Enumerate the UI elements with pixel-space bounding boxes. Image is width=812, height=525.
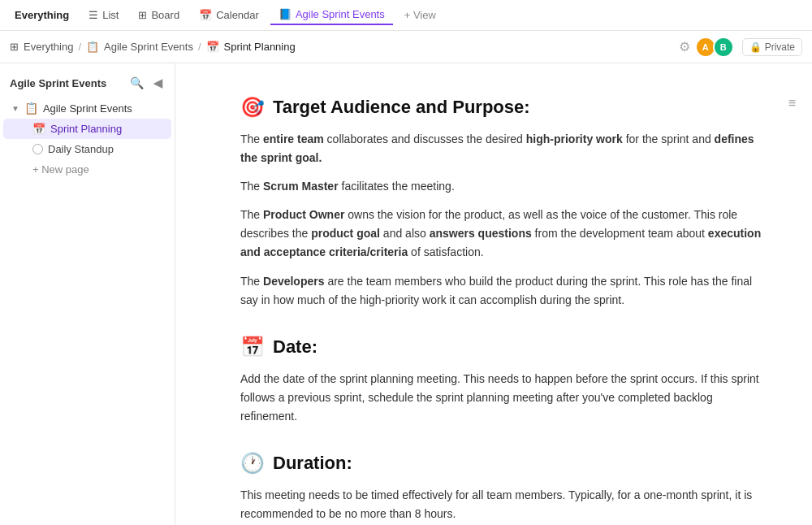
para-scrum-master: The Scrum Master facilitates the meeting… xyxy=(240,177,763,196)
tab-agile-sprint[interactable]: 📘 Agile Sprint Events xyxy=(270,5,393,25)
sidebar-parent-label: Agile Sprint Events xyxy=(43,102,132,115)
top-nav: Everything ☰ List ⊞ Board 📅 Calendar 📘 A… xyxy=(0,0,812,31)
breadcrumb-everything[interactable]: Everything xyxy=(24,41,73,53)
breadcrumb-sprint-icon: 📅 xyxy=(206,41,219,53)
tab-calendar[interactable]: 📅 Calendar xyxy=(191,6,267,24)
breadcrumb-everything-icon: ⊞ xyxy=(10,41,19,53)
heading-duration: 🕐 Duration: xyxy=(240,452,763,475)
sprint-planning-icon: 📅 xyxy=(32,123,45,135)
heading-date: 📅 Date: xyxy=(240,336,763,358)
sidebar-collapse-btn[interactable]: ◀ xyxy=(151,75,165,91)
sidebar-standup-label: Daily Standup xyxy=(48,143,114,155)
tab-calendar-label: Calendar xyxy=(216,9,259,21)
heading-duration-text: Duration: xyxy=(273,453,352,474)
sidebar-parent-agile[interactable]: ▼ 📋 Agile Sprint Events xyxy=(3,98,171,119)
heading-date-text: Date: xyxy=(273,336,317,358)
heading-target-text: Target Audience and Purpose: xyxy=(273,97,530,118)
breadcrumb: ⊞ Everything / 📋 Agile Sprint Events / 📅… xyxy=(10,41,296,53)
para-duration: This meeting needs to be timed effective… xyxy=(240,486,763,523)
breadcrumb-sep-1: / xyxy=(78,41,81,53)
list-icon: ☰ xyxy=(89,9,98,21)
sidebar-parent-icon: 📋 xyxy=(24,102,38,115)
sidebar-sprint-label: Sprint Planning xyxy=(50,123,122,135)
section-target-audience: 🎯 Target Audience and Purpose: The entir… xyxy=(240,96,763,310)
target-emoji: 🎯 xyxy=(240,96,265,119)
para-developers: The Developers are the team members who … xyxy=(240,272,763,310)
breadcrumb-agile[interactable]: Agile Sprint Events xyxy=(104,41,193,53)
chevron-down-icon: ▼ xyxy=(11,104,19,113)
duration-emoji: 🕐 xyxy=(240,452,265,475)
heading-target-audience: 🎯 Target Audience and Purpose: xyxy=(240,96,763,119)
breadcrumb-right: ⚙ A B 🔒 Private xyxy=(679,37,802,58)
calendar-icon: 📅 xyxy=(199,9,212,21)
sidebar-title: Agile Sprint Events xyxy=(10,77,106,89)
sidebar-new-page[interactable]: + New page xyxy=(3,159,171,180)
tab-board-label: Board xyxy=(151,9,179,21)
section-date: 📅 Date: Add the date of the sprint plann… xyxy=(240,336,763,426)
sidebar-header-actions: 🔍 ◀ xyxy=(127,75,165,91)
sidebar-header: Agile Sprint Events 🔍 ◀ xyxy=(0,70,175,96)
tab-board[interactable]: ⊞ Board xyxy=(130,6,188,24)
breadcrumb-current: Sprint Planning xyxy=(224,41,296,53)
agile-icon: 📘 xyxy=(279,8,292,20)
tab-add-view[interactable]: + View xyxy=(396,6,444,24)
sidebar-new-page-label: + New page xyxy=(32,163,89,176)
sidebar-section: ▼ 📋 Agile Sprint Events 📅 Sprint Plannin… xyxy=(0,98,175,180)
tab-list[interactable]: ☰ List xyxy=(80,6,127,24)
avatar-group: A B xyxy=(698,37,734,58)
section-duration: 🕐 Duration: This meeting needs to be tim… xyxy=(240,452,763,523)
para-product-owner: The Product Owner owns the vision for th… xyxy=(240,206,763,262)
tab-list-label: List xyxy=(102,9,119,21)
main-layout: Agile Sprint Events 🔍 ◀ ▼ 📋 Agile Sprint… xyxy=(0,63,812,525)
date-emoji: 📅 xyxy=(240,336,265,358)
breadcrumb-sep-2: / xyxy=(198,41,201,53)
breadcrumb-agile-icon: 📋 xyxy=(86,41,99,53)
sidebar-item-daily-standup[interactable]: Daily Standup xyxy=(3,139,171,159)
para-date: Add the date of the sprint planning meet… xyxy=(240,370,763,426)
board-icon: ⊞ xyxy=(138,9,147,21)
toc-icon[interactable]: ≡ xyxy=(788,96,796,111)
tab-add-view-label: + View xyxy=(404,9,436,21)
daily-standup-icon xyxy=(32,144,43,154)
sidebar-search-btn[interactable]: 🔍 xyxy=(127,75,146,91)
para-entire-team: The entire team collaborates and discuss… xyxy=(240,130,763,167)
private-label: Private xyxy=(765,41,795,53)
breadcrumb-bar: ⊞ Everything / 📋 Agile Sprint Events / 📅… xyxy=(0,31,812,63)
private-badge[interactable]: 🔒 Private xyxy=(742,38,802,56)
avatar-2: B xyxy=(713,37,734,58)
settings-icon[interactable]: ⚙ xyxy=(679,39,690,54)
app-title[interactable]: Everything xyxy=(6,6,77,24)
sidebar-item-sprint-planning[interactable]: 📅 Sprint Planning xyxy=(3,119,171,139)
lock-icon: 🔒 xyxy=(749,41,762,53)
content-area: ≡ 🎯 Target Audience and Purpose: The ent… xyxy=(175,63,812,525)
tab-agile-label: Agile Sprint Events xyxy=(296,8,385,20)
sidebar: Agile Sprint Events 🔍 ◀ ▼ 📋 Agile Sprint… xyxy=(0,63,175,525)
